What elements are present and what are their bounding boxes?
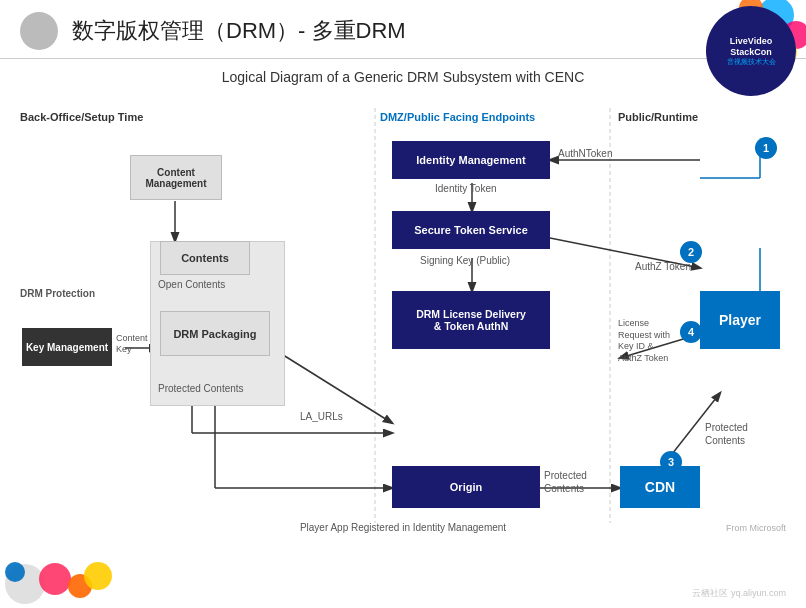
content-key-label: Content Key (116, 333, 148, 355)
svg-point-26 (39, 563, 71, 595)
logo-text2: StackCon (730, 47, 772, 58)
cdn-box: CDN (620, 466, 700, 508)
la-urls-label: LA_URLs (300, 411, 343, 422)
key-management-box: Key Management (22, 328, 112, 366)
header-icon (20, 12, 58, 50)
diagram-container: Back-Office/Setup Time DMZ/Public Facing… (20, 93, 786, 563)
from-ms-label: From Microsoft (726, 523, 786, 533)
drm-protection-label: DRM Protection (20, 288, 95, 299)
drm-packaging-box: DRM Packaging (160, 311, 270, 356)
page-title: 数字版权管理（DRM）- 多重DRM (72, 16, 406, 46)
label-backoffice: Back-Office/Setup Time (20, 111, 143, 123)
svg-point-28 (84, 562, 112, 590)
badge-3: 3 (660, 451, 682, 473)
watermark: 云栖社区 yq.aliyun.com (692, 587, 786, 600)
main-content: Logical Diagram of a Generic DRM Subsyst… (0, 59, 806, 568)
secure-token-service-box: Secure Token Service (392, 211, 550, 249)
authz-token-label: AuthZ Token (635, 261, 691, 272)
footer-text: Player App Registered in Identity Manage… (300, 522, 506, 533)
protected-contents-label: Protected Contents (158, 383, 244, 394)
license-request-label: License Request with Key ID & AuthZ Toke… (618, 318, 670, 365)
decorative-dots-bottom (0, 534, 120, 608)
contents-box: Contents (160, 241, 250, 275)
signing-key-label: Signing Key (Public) (420, 255, 510, 266)
label-dmz: DMZ/Public Facing Endpoints (380, 111, 535, 123)
protected-contents-right-label: Protected Contents (705, 421, 748, 447)
logo-text1: LiveVideo (730, 36, 772, 47)
identity-token-label: Identity Token (435, 183, 497, 194)
player-box: Player (700, 291, 780, 349)
protected-contents-origin-label: Protected Contents (544, 469, 587, 495)
badge-4: 4 (680, 321, 702, 343)
badge-2: 2 (680, 241, 702, 263)
badge-1: 1 (755, 137, 777, 159)
origin-box: Origin (392, 466, 540, 508)
identity-management-box: Identity Management (392, 141, 550, 179)
authn-token-label: AuthNToken (558, 148, 612, 159)
open-contents-label: Open Contents (158, 279, 225, 290)
diagram-title: Logical Diagram of a Generic DRM Subsyst… (20, 69, 786, 85)
content-management-box: Content Management (130, 155, 222, 200)
label-public: Public/Runtime (618, 111, 698, 123)
drm-license-box: DRM License Delivery & Token AuthN (392, 291, 550, 349)
svg-point-29 (5, 562, 25, 582)
